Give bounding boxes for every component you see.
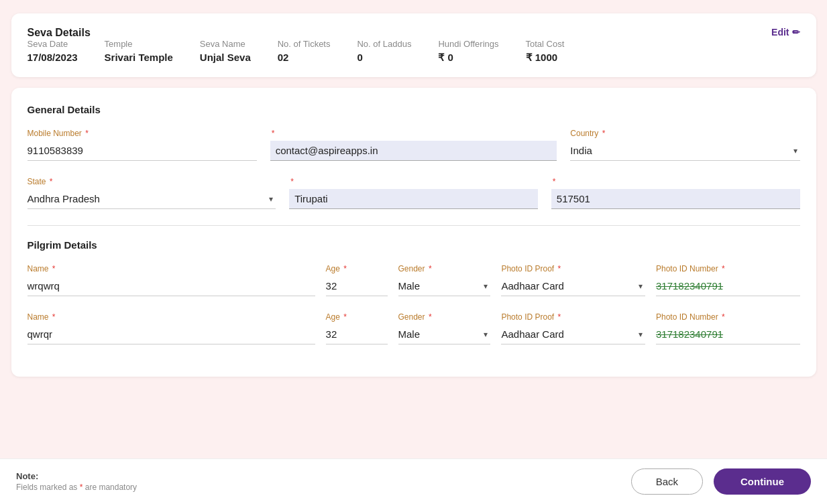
seva-fields-row: Seva Date17/08/2023TempleSrivari TempleS… <box>27 39 800 64</box>
pilgrim-2-age-input[interactable] <box>326 324 388 344</box>
seva-details-card: Seva Details Edit ✏ Seva Date17/08/2023T… <box>11 13 816 77</box>
seva-field-label: Hundi Offerings <box>438 39 498 49</box>
pilgrim-details-title: Pilgrim Details <box>27 239 800 251</box>
pilgrim-1-age-field: Age * <box>326 264 388 296</box>
pilgrim-2-photo-proof-label: Photo ID Proof * <box>501 312 645 322</box>
seva-field: Total Cost₹ 1000 <box>526 39 565 64</box>
pilgrim-2-gender-select-wrapper: Male Female ▾ <box>398 324 491 344</box>
seva-field-label: Total Cost <box>526 39 565 49</box>
seva-field: TempleSrivari Temple <box>105 39 173 64</box>
pilgrim-row-2: Name * Age * Gender * Male Female <box>27 312 800 344</box>
seva-field-label: Temple <box>105 39 173 49</box>
city-input[interactable] <box>289 189 538 209</box>
pilgrim-1-photo-proof-field: Photo ID Proof * Aadhaar Card ▾ <box>501 264 645 296</box>
seva-field: Hundi Offerings₹ 0 <box>438 39 498 64</box>
country-required-star: * <box>600 129 605 138</box>
edit-icon: ✏ <box>792 27 800 38</box>
pilgrim-row-1: Name * Age * Gender * Male Female <box>27 264 800 296</box>
pilgrim-2-photo-proof-select-wrapper: Aadhaar Card ▾ <box>501 324 645 344</box>
state-label: State * <box>27 177 276 186</box>
note-label: Note: <box>16 471 137 481</box>
seva-details-title: Seva Details <box>27 27 91 38</box>
pilgrim-2-name-input[interactable] <box>27 324 315 344</box>
back-button[interactable]: Back <box>631 468 703 495</box>
mobile-required-star: * <box>83 129 89 138</box>
country-label: Country * <box>570 129 800 138</box>
pilgrim-1-age-input[interactable] <box>326 276 388 296</box>
seva-field-value: ₹ 1000 <box>526 52 565 64</box>
pilgrim-1-gender-label: Gender * <box>398 264 491 273</box>
email-input[interactable] <box>270 141 557 161</box>
edit-label: Edit <box>771 27 789 38</box>
pilgrim-1-photo-id-label: Photo ID Number * <box>656 264 800 273</box>
continue-button[interactable]: Continue <box>714 468 811 495</box>
mobile-field: Mobile Number * <box>27 129 257 161</box>
pilgrim-2-name-field: Name * <box>27 312 315 344</box>
state-select-wrapper: Andhra Pradesh ▾ <box>27 189 276 209</box>
pilgrim-1-gender-field: Gender * Male Female ▾ <box>398 264 491 296</box>
pilgrim-2-gender-select[interactable]: Male Female <box>398 324 491 344</box>
seva-field-label: No. of Laddus <box>357 39 411 49</box>
pincode-input[interactable] <box>551 189 800 209</box>
general-details-card: General Details Mobile Number * * Countr… <box>11 88 816 377</box>
email-field: * <box>270 129 557 161</box>
note-section: Note: Fields marked as * are mandatory <box>16 471 137 492</box>
state-required-star: * <box>48 177 53 186</box>
pilgrim-1-photo-proof-label: Photo ID Proof * <box>501 264 645 273</box>
pilgrim-1-name-field: Name * <box>27 264 315 296</box>
seva-field-value: 02 <box>278 52 331 63</box>
state-select[interactable]: Andhra Pradesh <box>27 189 276 209</box>
seva-field: Seva Date17/08/2023 <box>27 39 78 64</box>
pilgrim-2-photo-id-value: 317182340791 <box>656 324 800 344</box>
seva-field: No. of Tickets02 <box>278 39 331 64</box>
seva-field-value: Srivari Temple <box>105 52 173 63</box>
seva-field: No. of Laddus0 <box>357 39 411 64</box>
email-label: * <box>270 129 557 138</box>
country-select[interactable]: India <box>570 141 800 161</box>
section-divider <box>27 225 800 226</box>
general-details-title: General Details <box>27 104 800 115</box>
pilgrim-2-gender-field: Gender * Male Female ▾ <box>398 312 491 344</box>
general-row-1: Mobile Number * * Country * India ▾ <box>27 129 800 161</box>
pincode-field: * <box>551 177 800 209</box>
pilgrim-2-age-label: Age * <box>326 312 388 322</box>
seva-field-label: Seva Date <box>27 39 78 49</box>
pilgrim-1-name-input[interactable] <box>27 276 315 296</box>
city-label: * <box>289 177 538 186</box>
pilgrim-2-photo-proof-select[interactable]: Aadhaar Card <box>501 324 645 344</box>
note-mandatory-text: Fields marked as * are mandatory <box>16 483 137 492</box>
edit-button[interactable]: Edit ✏ <box>771 27 800 38</box>
pilgrim-1-gender-select-wrapper: Male Female ▾ <box>398 276 491 296</box>
pilgrim-1-photo-proof-select-wrapper: Aadhaar Card ▾ <box>501 276 645 296</box>
country-field: Country * India ▾ <box>570 129 800 161</box>
seva-field-value: ₹ 0 <box>438 52 498 64</box>
pilgrim-2-photo-id-label: Photo ID Number * <box>656 312 800 322</box>
seva-field-value: Unjal Seva <box>200 52 251 63</box>
pilgrim-2-photo-id-field: Photo ID Number * 317182340791 <box>656 312 800 344</box>
pilgrim-1-gender-select[interactable]: Male Female <box>398 276 491 296</box>
pincode-label: * <box>551 177 800 186</box>
pilgrim-1-age-label: Age * <box>326 264 388 273</box>
pilgrim-1-photo-proof-select[interactable]: Aadhaar Card <box>501 276 645 296</box>
seva-field-value: 0 <box>357 52 411 63</box>
city-field: * <box>289 177 538 209</box>
pilgrim-2-gender-label: Gender * <box>398 312 491 322</box>
seva-field-label: Seva Name <box>200 39 251 49</box>
country-select-wrapper: India ▾ <box>570 141 800 161</box>
seva-field: Seva NameUnjal Seva <box>200 39 251 64</box>
state-field: State * Andhra Pradesh ▾ <box>27 177 276 209</box>
general-row-2: State * Andhra Pradesh ▾ * * <box>27 177 800 209</box>
seva-field-value: 17/08/2023 <box>27 52 78 63</box>
mobile-label: Mobile Number * <box>27 129 257 138</box>
pilgrim-1-photo-id-field: Photo ID Number * 317182340791 <box>656 264 800 296</box>
footer: Note: Fields marked as * are mandatory B… <box>0 458 827 504</box>
pincode-required-star: * <box>553 177 556 186</box>
mobile-input[interactable] <box>27 141 257 161</box>
pilgrim-2-photo-proof-field: Photo ID Proof * Aadhaar Card ▾ <box>501 312 645 344</box>
pilgrim-2-name-label: Name * <box>27 312 315 322</box>
pilgrim-1-name-label: Name * <box>27 264 315 273</box>
footer-buttons: Back Continue <box>631 468 811 495</box>
email-required-star: * <box>272 129 275 138</box>
pilgrim-1-photo-id-value: 317182340791 <box>656 276 800 296</box>
city-required-star: * <box>290 177 294 186</box>
